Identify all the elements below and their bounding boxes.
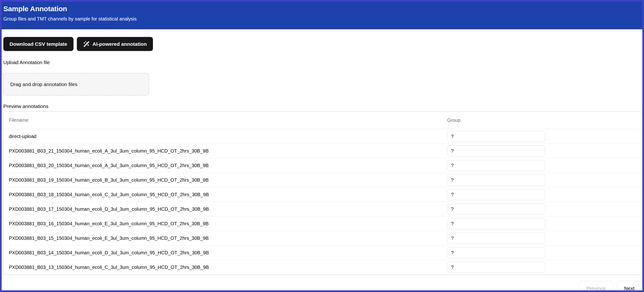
filename-cell: PXD003881_B03_16_150304_human_ecoli_E_3u… bbox=[4, 221, 447, 227]
download-csv-template-button[interactable]: Download CSV template bbox=[3, 37, 74, 51]
group-input[interactable] bbox=[447, 175, 545, 186]
main-content: Download CSV template AI-powered a bbox=[2, 37, 642, 292]
download-csv-template-label: Download CSV template bbox=[10, 41, 67, 47]
page-subtitle: Group files and TMT channels by sample f… bbox=[3, 16, 638, 22]
dropzone-text: Drag and drop annotation files bbox=[10, 81, 77, 87]
group-cell bbox=[447, 262, 642, 273]
filename-cell: PXD003881_B03_13_150304_human_ecoli_C_3u… bbox=[4, 265, 447, 270]
group-input[interactable] bbox=[447, 189, 545, 200]
filename-cell: PXD003881_B03_17_150304_human_ecoli_D_3u… bbox=[4, 206, 447, 212]
group-cell bbox=[447, 233, 642, 244]
table-row: PXD003881_B03_17_150304_human_ecoli_D_3u… bbox=[4, 202, 642, 216]
table-row: PXD003881_B03_19_150304_human_ecoli_B_3u… bbox=[4, 173, 642, 187]
table-row: PXD003881_B03_14_150304_human_ecoli_D_3u… bbox=[4, 246, 642, 260]
group-cell bbox=[447, 189, 642, 200]
next-button[interactable]: Next bbox=[617, 281, 642, 292]
table-header-row: Filename Group bbox=[4, 112, 642, 129]
filename-cell: PXD003881_B03_14_150304_human_ecoli_D_3u… bbox=[4, 250, 447, 256]
table-row: PXD003881_B03_20_150304_human_ecoli_A_3u… bbox=[4, 158, 642, 173]
ai-powered-annotation-label: AI-powered annotation bbox=[92, 41, 147, 47]
table-row: PXD003881_B03_13_150304_human_ecoli_C_3u… bbox=[4, 260, 642, 275]
page-title: Sample Annotation bbox=[3, 5, 638, 13]
table-body: direct-upload PXD003881_B03_21_150304_hu… bbox=[4, 129, 642, 275]
preview-annotations-label: Preview annotations bbox=[3, 103, 641, 109]
filename-cell: PXD003881_B03_18_150304_human_ecoli_C_3u… bbox=[4, 192, 447, 197]
group-cell bbox=[447, 175, 642, 186]
group-cell bbox=[447, 218, 642, 229]
filename-cell: PXD003881_B03_19_150304_human_ecoli_B_3u… bbox=[4, 177, 447, 183]
table-row: PXD003881_B03_21_150304_human_ecoli_A_3u… bbox=[4, 144, 642, 158]
previous-button[interactable]: Previous bbox=[579, 281, 613, 292]
filename-cell: PXD003881_B03_15_150304_human_ecoli_E_3u… bbox=[4, 236, 447, 241]
table-row: direct-upload bbox=[4, 129, 642, 144]
group-input[interactable] bbox=[447, 218, 545, 229]
upload-annotation-file-label: Upload Annotation file bbox=[3, 60, 641, 65]
annotation-dropzone[interactable]: Drag and drop annotation files bbox=[3, 73, 149, 96]
group-cell bbox=[447, 247, 642, 258]
table-row: PXD003881_B03_16_150304_human_ecoli_E_3u… bbox=[4, 216, 642, 231]
group-input[interactable] bbox=[447, 160, 545, 171]
filename-column-header: Filename bbox=[4, 117, 447, 123]
group-cell bbox=[447, 131, 642, 142]
annotations-table: Filename Group direct-upload PXD003881_B… bbox=[3, 111, 642, 275]
group-input[interactable] bbox=[447, 204, 545, 215]
ai-powered-annotation-button[interactable]: AI-powered annotation bbox=[77, 37, 153, 51]
pagination: Previous Next bbox=[3, 281, 642, 292]
group-input[interactable] bbox=[447, 131, 545, 142]
toolbar: Download CSV template AI-powered a bbox=[3, 37, 641, 51]
table-row: PXD003881_B03_18_150304_human_ecoli_C_3u… bbox=[4, 187, 642, 202]
group-input[interactable] bbox=[447, 247, 545, 258]
group-cell bbox=[447, 160, 642, 171]
filename-cell: PXD003881_B03_21_150304_human_ecoli_A_3u… bbox=[4, 148, 447, 154]
wand-sparkles-icon bbox=[83, 41, 90, 47]
group-cell bbox=[447, 145, 642, 157]
filename-cell: PXD003881_B03_20_150304_human_ecoli_A_3u… bbox=[4, 163, 447, 168]
group-input[interactable] bbox=[447, 262, 545, 273]
filename-cell: direct-upload bbox=[4, 134, 447, 139]
sample-annotation-page: Sample Annotation Group files and TMT ch… bbox=[0, 0, 644, 292]
table-row: PXD003881_B03_15_150304_human_ecoli_E_3u… bbox=[4, 231, 642, 246]
group-cell bbox=[447, 204, 642, 215]
group-column-header: Group bbox=[447, 117, 642, 123]
page-header: Sample Annotation Group files and TMT ch… bbox=[2, 2, 642, 29]
group-input[interactable] bbox=[447, 233, 545, 244]
group-input[interactable] bbox=[447, 145, 545, 157]
